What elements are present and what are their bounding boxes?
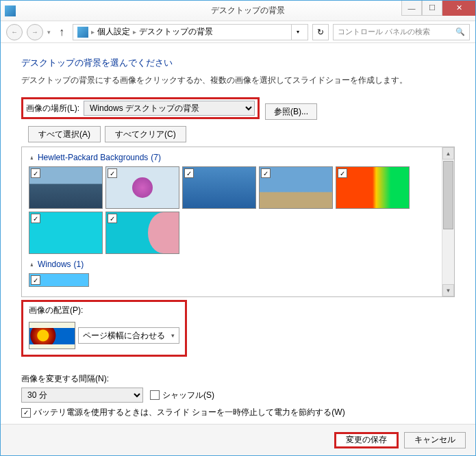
wallpaper-thumb[interactable]: ✓ [29,212,103,254]
close-button[interactable]: ✕ [442,1,475,16]
collapse-icon: ▲ [29,261,34,268]
battery-checkbox[interactable]: ✓ [21,408,31,418]
clear-all-button[interactable]: すべてクリア(C) [105,126,186,142]
interval-label: 画像を変更する間隔(N): [21,373,455,385]
titlebar: デスクトップの背景 — ☐ ✕ [1,1,475,21]
location-label: 画像の場所(L): [26,103,79,114]
wallpaper-gallery: ▲ Hewlett-Packard Backgrounds (7) ✓ ✓ ✓ … [21,147,455,297]
group-header-windows[interactable]: ▲ Windows (1) [29,259,435,269]
thumb-checkbox[interactable]: ✓ [108,214,117,223]
search-icon: 🔍 [455,27,465,36]
nav-toolbar: ← → ▾ ↑ ▸ 個人設定 ▸ デスクトップの背景 ▾ ↻ コントロール パネ… [1,21,475,43]
refresh-button[interactable]: ↻ [312,24,329,40]
wallpaper-thumb[interactable]: ✓ [105,212,179,254]
desktop-background-window: デスクトップの背景 — ☐ ✕ ← → ▾ ↑ ▸ 個人設定 ▸ デスクトップの… [0,0,476,456]
page-heading: デスクトップの背景を選んでください [21,57,455,69]
shuffle-label: シャッフル(S) [162,390,214,401]
back-button[interactable]: ← [6,24,23,40]
fit-select[interactable]: ページ横幅に合わせる ▾ [78,327,179,344]
breadcrumb-item[interactable]: 個人設定 [97,26,130,38]
thumb-checkbox[interactable]: ✓ [31,214,40,223]
wallpaper-thumb[interactable]: ✓ [29,273,89,287]
group-header-hp[interactable]: ▲ Hewlett-Packard Backgrounds (7) [29,153,435,162]
chevron-down-icon: ▾ [171,332,175,339]
breadcrumb-icon [77,27,88,38]
breadcrumb[interactable]: ▸ 個人設定 ▸ デスクトップの背景 ▾ [73,24,308,40]
dialog-footer: 変更の保存 キャンセル [1,424,475,455]
picture-location-row: 画像の場所(L): Windows デスクトップの背景 [21,97,260,119]
thumb-checkbox[interactable]: ✓ [184,168,194,178]
app-icon [5,5,16,16]
select-all-button[interactable]: すべて選択(A) [28,126,101,142]
thumb-checkbox[interactable]: ✓ [338,168,347,178]
location-select[interactable]: Windows デスクトップの背景 [84,101,255,116]
browse-button[interactable]: 参照(B)... [265,103,317,120]
gallery-scrollbar[interactable]: ▲ ▼ [442,147,454,296]
scroll-up-button[interactable]: ▲ [442,147,454,160]
thumb-checkbox[interactable]: ✓ [108,168,117,178]
up-button[interactable]: ↑ [55,25,68,39]
search-input[interactable]: コントロール パネルの検索 🔍 [333,24,470,40]
wallpaper-thumb[interactable]: ✓ [182,166,256,209]
save-changes-button[interactable]: 変更の保存 [334,432,399,448]
thumb-checkbox[interactable]: ✓ [261,168,271,178]
minimize-button[interactable]: — [401,1,422,16]
collapse-icon: ▲ [29,154,34,161]
thumb-checkbox[interactable]: ✓ [31,168,40,178]
battery-label: バッテリ電源を使用するときは、スライド ショーを一時停止して電力を節約する(W) [34,407,345,418]
placement-section: 画像の配置(P): ページ横幅に合わせる ▾ [21,300,187,357]
placement-label: 画像の配置(P): [29,305,179,316]
thumb-checkbox[interactable]: ✓ [31,275,40,285]
maximize-button[interactable]: ☐ [422,1,442,16]
wallpaper-thumb[interactable]: ✓ [259,166,333,209]
wallpaper-thumb[interactable]: ✓ [105,166,179,209]
shuffle-checkbox[interactable] [150,390,160,400]
fit-preview-image [29,322,75,349]
interval-select[interactable]: 30 分 [21,388,143,403]
breadcrumb-dropdown-icon[interactable]: ▾ [291,25,303,40]
forward-button[interactable]: → [27,24,43,40]
search-placeholder: コントロール パネルの検索 [338,27,430,37]
wallpaper-thumb[interactable]: ✓ [29,166,103,209]
cancel-button[interactable]: キャンセル [404,432,466,448]
page-subtext: デスクトップの背景にする画像をクリックするか、複数の画像を選択してスライドショー… [21,75,455,86]
scroll-thumb[interactable] [443,161,453,229]
wallpaper-thumb[interactable]: ✓ [336,166,410,209]
scroll-down-button[interactable]: ▼ [442,284,454,296]
breadcrumb-item[interactable]: デスクトップの背景 [139,26,213,38]
